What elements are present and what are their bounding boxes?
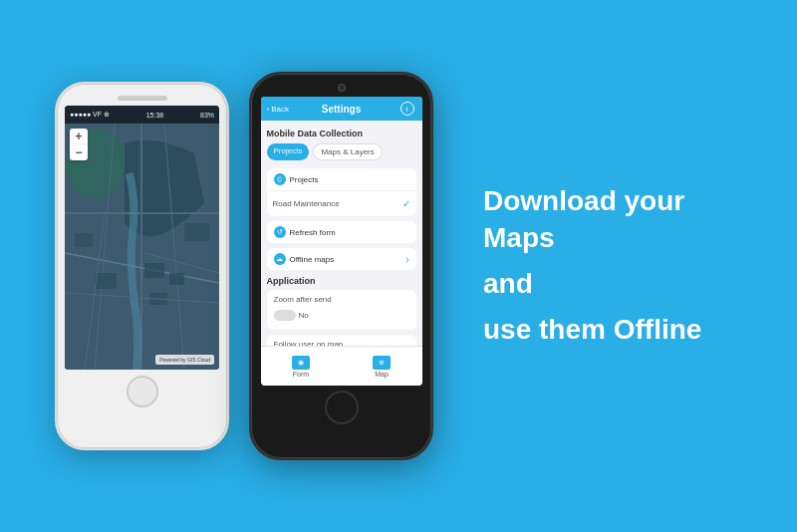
map-view: + − Powered by GIS Cloud [65,124,219,370]
black-form-label: Form [293,371,309,378]
zoom-in-button[interactable]: + [70,129,88,144]
dropdown-value: Road Maintenance [273,199,340,208]
headline-line3: use them Offline [483,312,701,348]
gis-cloud-badge: Powered by GIS Cloud [155,355,214,365]
info-button[interactable]: i [400,102,414,116]
zoom-controls: + − [70,129,88,160]
white-screen: ●●●●● VF ⊕ 15:38 83% [65,106,219,370]
headline-line1: Download your Maps [483,183,722,256]
iphone-white: ●●●●● VF ⊕ 15:38 83% [55,82,229,450]
projects-item[interactable]: © Projects [267,168,416,191]
map-svg [65,124,219,370]
svg-rect-7 [144,263,164,278]
speaker [118,96,167,101]
black-toolbar: ◉ Form ⊕ Map [261,346,422,386]
refresh-item[interactable]: ↺ Refresh form [267,221,416,243]
follow-setting: Follow user on map No [267,335,416,346]
offline-icon: ☁ [274,253,286,265]
svg-rect-11 [75,233,93,247]
black-toolbar-map[interactable]: ⊕ Map [373,356,391,378]
offline-item[interactable]: ☁ Offline maps › [267,248,416,270]
refresh-form-label: Refresh form [290,228,336,237]
offline-label: Offline maps [290,255,335,264]
tab-projects[interactable]: Projects [267,143,310,160]
refresh-form-row: ↺ Refresh form [267,221,416,243]
zoom-setting: Zoom after send No [267,290,416,330]
iphone-black: ‹ Back Settings i Mobile Data Collection… [249,72,433,460]
black-form-icon: ◉ [292,356,310,370]
projects-icon: © [274,173,286,185]
tabs-row: Projects Maps & Layers [267,143,416,160]
offline-maps-row: ☁ Offline maps › [267,248,416,270]
follow-setting-row: Follow user on map No [267,335,416,346]
white-status-bar: ●●●●● VF ⊕ 15:38 83% [65,106,219,124]
svg-rect-8 [169,273,184,285]
dropdown-arrow-icon: ✓ [402,198,410,209]
offline-chevron-icon: › [405,254,408,265]
zoom-toggle-value: No [299,311,309,320]
zoom-out-button[interactable]: − [70,144,88,160]
road-maintenance-dropdown[interactable]: Road Maintenance ✓ [267,195,416,212]
zoom-label: Zoom after send [274,295,332,304]
home-button-black[interactable] [325,391,359,424]
black-map-icon: ⊕ [373,356,391,370]
zoom-setting-row: Zoom after send No [267,290,416,330]
headline-line2: and [483,266,533,302]
zoom-toggle-row: No [274,310,309,321]
settings-title: Settings [322,104,361,115]
text-section: Download your Maps and use them Offline [463,163,742,369]
phones-container: ●●●●● VF ⊕ 15:38 83% [55,72,433,460]
main-scene: ●●●●● VF ⊕ 15:38 83% [0,0,797,532]
settings-navbar: ‹ Back Settings i [261,97,422,121]
black-map-label: Map [375,371,389,378]
home-button-white[interactable] [127,376,158,407]
mobile-data-title: Mobile Data Collection [267,129,416,138]
projects-row: © Projects Road Maintenance ✓ [267,168,416,216]
black-toolbar-form[interactable]: ◉ Form [292,356,310,378]
settings-screen: ‹ Back Settings i Mobile Data Collection… [261,97,422,386]
settings-body: Mobile Data Collection Projects Maps & L… [261,121,422,346]
projects-label: Projects [290,175,319,184]
zoom-toggle[interactable] [274,310,296,321]
svg-rect-10 [95,273,117,289]
back-button[interactable]: ‹ Back [267,105,289,114]
time-text: 15:38 [146,112,164,119]
tab-maps-layers[interactable]: Maps & Layers [313,143,382,160]
battery-text: 83% [200,112,214,119]
camera-black [338,84,346,92]
refresh-form-icon: ↺ [274,226,286,238]
svg-rect-12 [184,223,209,241]
application-section-title: Application [267,276,416,286]
carrier-text: ●●●●● VF ⊕ [70,111,110,119]
black-screen: ‹ Back Settings i Mobile Data Collection… [261,97,422,386]
